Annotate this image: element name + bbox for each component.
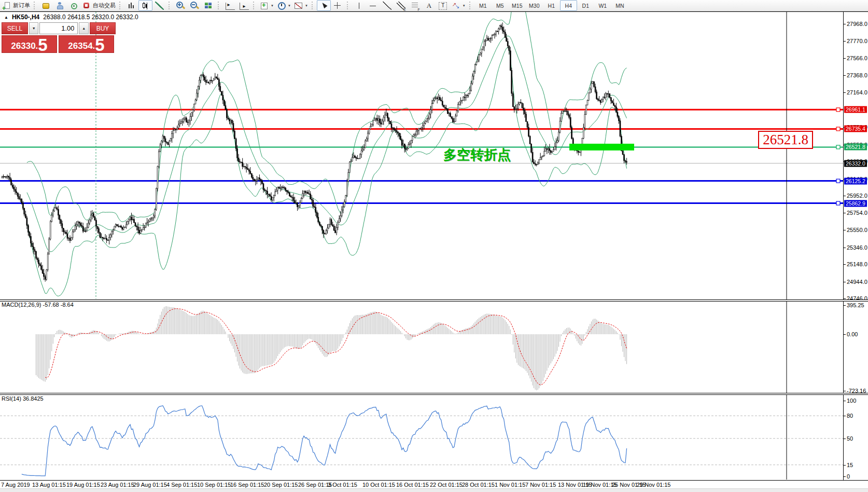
bottom-strip	[0, 488, 868, 492]
symbol-period-label: HK50-,H4	[12, 13, 39, 21]
price-tick	[844, 92, 846, 93]
volume-input[interactable]	[39, 22, 78, 34]
signals-button[interactable]	[67, 0, 81, 11]
macd-axis-label: 0.00	[847, 331, 858, 337]
buy-price-display[interactable]: 26354.5	[59, 35, 114, 53]
main-price-pane[interactable]	[0, 0, 843, 299]
chevron-down-icon[interactable]: ▼	[271, 4, 274, 7]
chevron-down-icon[interactable]: ▼	[305, 4, 308, 7]
line-anchor[interactable]	[836, 108, 840, 112]
timeframe-M5[interactable]: M5	[492, 0, 509, 11]
timeframe-MN[interactable]: MN	[611, 0, 628, 11]
templates-button[interactable]: ▼	[292, 0, 310, 11]
toolbar-separator	[218, 2, 221, 9]
price-tag: 26735.4	[844, 126, 867, 132]
collapse-panel-icon[interactable]: ▲	[4, 15, 8, 20]
price-tick	[844, 264, 846, 265]
rsi-line	[22, 406, 627, 476]
autotrading-button[interactable]: 自动交易	[81, 0, 117, 11]
zoom-in-button[interactable]	[174, 0, 188, 11]
vertical-line-button[interactable]	[352, 0, 366, 11]
timeframe-M15[interactable]: M15	[509, 0, 526, 11]
macd-pane[interactable]	[36, 306, 627, 390]
buy-price-main: 26354	[68, 42, 92, 52]
new-order-button[interactable]: 新订单	[1, 0, 32, 11]
date-axis-label: 19 Aug 01:15	[66, 482, 100, 488]
main-toolbar: 新订单自动交易▼▼▼▼M1M5M15M30H1H4D1W1MN	[0, 0, 868, 11]
date-axis-label: 29 Aug 01:15	[133, 482, 167, 488]
periods-button[interactable]: ▼	[275, 0, 292, 11]
new-chart-button[interactable]	[39, 0, 53, 11]
add-indicator-button[interactable]: ▼	[258, 0, 275, 11]
volume-increase-button[interactable]: ▲	[79, 22, 89, 34]
line-anchor[interactable]	[836, 201, 840, 205]
date-axis-label: 7 Nov 01:15	[525, 482, 556, 488]
time-axis-line	[0, 480, 868, 481]
chevron-down-icon[interactable]: ▼	[463, 4, 466, 7]
arrows-button[interactable]: ▼	[450, 0, 467, 11]
indicator-tick	[844, 476, 846, 477]
text-button[interactable]	[422, 0, 436, 11]
line-anchor[interactable]	[836, 145, 840, 149]
text-annotation[interactable]: 多空转折点	[443, 146, 511, 164]
price-tick	[844, 196, 846, 196]
price-callout-box[interactable]: 26521.8	[758, 131, 813, 149]
cursor-button[interactable]	[317, 0, 331, 11]
timeframe-W1[interactable]: W1	[594, 0, 611, 11]
pane-separator[interactable]	[0, 299, 868, 302]
sell-button[interactable]: SELL	[2, 22, 28, 34]
buy-button[interactable]: BUY	[90, 22, 116, 34]
highlight-rectangle-object[interactable]	[569, 144, 634, 151]
new-order-label: 新订单	[13, 2, 30, 9]
toolbar-separator	[347, 2, 350, 9]
crosshair-button[interactable]	[331, 0, 345, 11]
line-chart-icon	[155, 2, 164, 10]
line-anchor[interactable]	[836, 179, 840, 183]
line-anchor[interactable]	[836, 127, 840, 131]
price-tick	[844, 248, 846, 248]
sell-price-display[interactable]: 26330.5	[2, 35, 57, 53]
bar-chart-button[interactable]	[124, 0, 138, 11]
chart-shift-icon	[226, 3, 235, 10]
add-indicator-icon	[260, 2, 269, 10]
timeframe-M30[interactable]: M30	[526, 0, 543, 11]
price-tick	[844, 282, 846, 282]
tile-windows-icon	[204, 2, 213, 10]
candlestick-chart-button[interactable]	[138, 0, 152, 11]
date-axis-label: 16 Sep 01:15	[230, 482, 264, 488]
text-label-button[interactable]	[436, 0, 450, 11]
rsi-axis-label: 15	[847, 462, 853, 468]
zoom-out-button[interactable]	[188, 0, 202, 11]
timeframe-H1[interactable]: H1	[543, 0, 560, 11]
volume-decrease-button[interactable]: ▼	[29, 22, 39, 34]
line-chart-button[interactable]	[152, 0, 166, 11]
pane-separator[interactable]	[0, 393, 868, 395]
trendline-button[interactable]	[380, 0, 394, 11]
horizontal-line-button[interactable]	[366, 0, 380, 11]
timeframe-H4[interactable]: H4	[560, 0, 577, 11]
timeframe-M1[interactable]: M1	[474, 0, 492, 11]
chart-canvas[interactable]	[0, 0, 868, 492]
date-axis-label: 20 Sep 01:15	[264, 482, 298, 488]
profiles-button[interactable]	[53, 0, 67, 11]
sell-price-fraction: 5	[38, 38, 47, 52]
chevron-down-icon[interactable]: ▼	[288, 4, 291, 7]
bar-chart-icon	[127, 2, 136, 10]
price-tick	[844, 75, 846, 76]
date-axis-label: 13 Aug 01:15	[32, 482, 66, 488]
date-axis-label: 16 Oct 01:15	[396, 482, 429, 488]
timeframe-D1[interactable]: D1	[577, 0, 594, 11]
new-chart-icon	[41, 2, 50, 10]
rsi-indicator-label: RSI(14) 36.8425	[2, 395, 44, 402]
equidistant-channel-button[interactable]	[394, 0, 408, 11]
price-tag: 26125.2	[844, 177, 867, 184]
rsi-pane[interactable]	[0, 406, 843, 476]
candlestick-chart-icon	[141, 2, 150, 10]
chart-shift-button[interactable]	[223, 0, 237, 11]
auto-scroll-button[interactable]	[237, 0, 251, 11]
cursor-icon	[319, 2, 328, 10]
arrows-icon	[452, 2, 460, 10]
macd-axis-label: 395.25	[847, 302, 864, 308]
fibonacci-button[interactable]	[408, 0, 422, 11]
tile-windows-button[interactable]	[202, 0, 216, 11]
